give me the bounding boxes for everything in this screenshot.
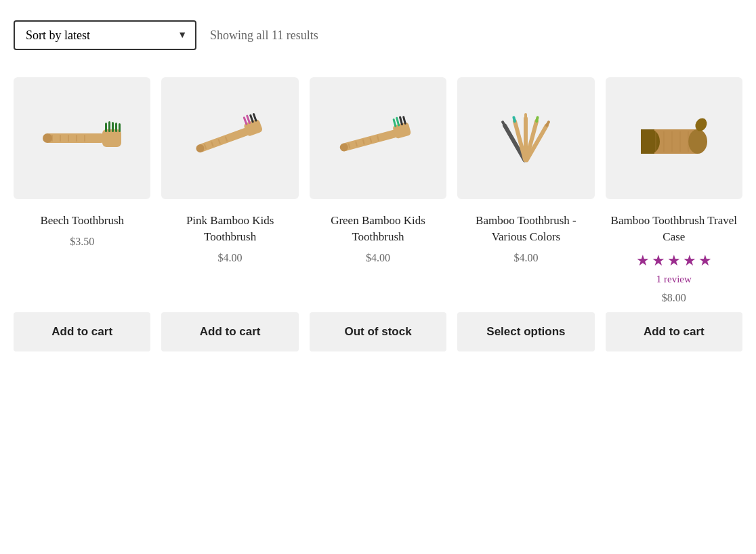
product-image-beech <box>14 77 150 199</box>
svg-rect-3 <box>68 135 69 142</box>
star-4: ★ <box>683 252 696 270</box>
svg-rect-41 <box>524 113 527 120</box>
svg-rect-2 <box>60 135 61 142</box>
svg-rect-7 <box>105 123 107 132</box>
svg-rect-5 <box>84 135 85 142</box>
review-count-case: 1 review <box>656 274 692 285</box>
svg-rect-44 <box>524 123 550 163</box>
out-of-stock-green: Out of stock <box>310 312 446 351</box>
select-options-various[interactable]: Select options <box>457 312 594 351</box>
product-image-green <box>310 77 446 199</box>
product-name-case: Bamboo Toothbrush Travel Case <box>606 213 742 245</box>
star-3: ★ <box>667 252 681 270</box>
product-name-green: Green Bamboo Kids Toothbrush <box>310 213 446 245</box>
svg-rect-50 <box>641 129 654 154</box>
product-card-case: Bamboo Toothbrush Travel Case ★ ★ ★ ★ ★ … <box>606 77 742 351</box>
svg-rect-11 <box>119 123 121 132</box>
svg-rect-10 <box>115 123 117 132</box>
products-grid: Beech Toothbrush $3.50 Add to cart <box>14 77 742 351</box>
product-name-beech: Beech Toothbrush <box>40 213 124 229</box>
svg-point-12 <box>43 133 52 143</box>
product-stars-case: ★ ★ ★ ★ ★ <box>636 252 712 270</box>
star-2: ★ <box>652 252 665 270</box>
svg-rect-39 <box>512 116 516 123</box>
svg-rect-0 <box>45 133 106 143</box>
star-5: ★ <box>698 252 712 270</box>
product-price-beech: $3.50 <box>70 236 94 248</box>
svg-rect-31 <box>392 119 396 127</box>
product-image-case <box>606 77 742 199</box>
product-name-various: Bamboo Toothbrush - Various Colors <box>457 213 594 245</box>
product-price-green: $4.00 <box>366 252 390 264</box>
svg-rect-9 <box>112 122 114 132</box>
various-toothbrush-img <box>482 104 570 172</box>
product-card-various: Bamboo Toothbrush - Various Colors $4.00… <box>457 77 594 351</box>
product-image-various <box>457 77 594 199</box>
svg-rect-8 <box>108 121 110 132</box>
results-count: Showing all 11 results <box>210 28 318 43</box>
star-1: ★ <box>636 252 650 270</box>
product-image-pink <box>161 77 298 199</box>
product-card-beech: Beech Toothbrush $3.50 Add to cart <box>14 77 150 351</box>
case-toothbrush-img <box>630 104 718 172</box>
svg-point-48 <box>688 129 707 154</box>
product-name-pink: Pink Bamboo Kids Toothbrush <box>161 213 298 245</box>
svg-rect-43 <box>535 116 539 123</box>
product-price-pink: $4.00 <box>218 252 243 264</box>
svg-rect-6 <box>102 129 121 147</box>
product-price-various: $4.00 <box>513 252 538 264</box>
sort-wrapper: Sort by latestSort by popularitySort by … <box>14 20 196 50</box>
product-card-pink: Pink Bamboo Kids Toothbrush $4.00 Add to… <box>161 77 298 351</box>
svg-rect-13 <box>196 127 250 153</box>
pink-toothbrush-img <box>186 108 274 169</box>
product-price-case: $8.00 <box>662 292 686 304</box>
product-card-green: Green Bamboo Kids Toothbrush $4.00 Out o… <box>310 77 446 351</box>
add-to-cart-case[interactable]: Add to cart <box>606 312 742 351</box>
svg-rect-4 <box>76 135 77 142</box>
add-to-cart-pink[interactable]: Add to cart <box>161 312 298 351</box>
add-to-cart-beech[interactable]: Add to cart <box>14 312 150 351</box>
beech-toothbrush-img <box>38 108 126 169</box>
sort-select[interactable]: Sort by latestSort by popularitySort by … <box>14 20 196 50</box>
toolbar: Sort by latestSort by popularitySort by … <box>14 20 742 50</box>
green-toothbrush-img <box>334 108 422 169</box>
